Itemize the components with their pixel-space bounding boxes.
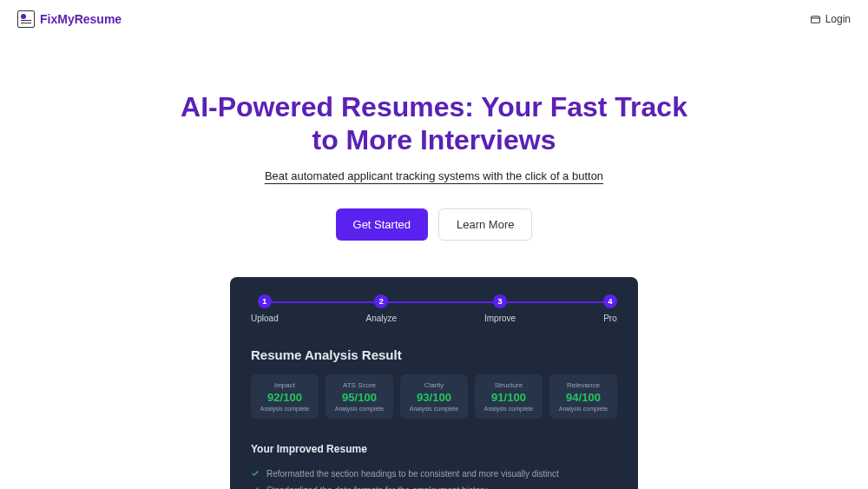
score-status: Analysis complete [478,406,539,412]
get-started-button[interactable]: Get Started [336,208,428,241]
step-analyze: 2 Analyze [366,294,398,323]
score-status: Analysis complete [329,406,390,412]
learn-more-button[interactable]: Learn More [438,208,532,241]
cta-row: Get Started Learn More [17,208,851,241]
score-label: Impact [254,381,315,389]
scores-row: Impact 92/100 Analysis complete ATS Scor… [251,374,617,419]
score-ats: ATS Score 95/100 Analysis complete [326,374,393,419]
score-clarity: Clarity 93/100 Analysis complete [400,374,468,419]
step-dot: 4 [603,294,617,308]
improved-title: Your Improved Resume [251,443,617,455]
list-item-text: Reformatted the section headings to be c… [266,469,559,479]
logo[interactable]: FixMyResume [17,10,122,28]
check-icon [251,469,260,478]
check-icon [251,486,260,489]
score-value: 92/100 [254,391,315,404]
score-label: Relevance [553,381,614,389]
improved-list: Reformatted the section headings to be c… [251,466,617,489]
score-label: Clarity [404,381,464,389]
hero: AI-Powered Resumes: Your Fast Track to M… [0,38,868,258]
hero-title: AI-Powered Resumes: Your Fast Track to M… [174,90,694,157]
score-value: 95/100 [329,391,390,404]
score-label: ATS Score [329,381,390,389]
list-item: Reformatted the section headings to be c… [251,466,617,482]
step-upload: 1 Upload [251,294,279,323]
score-structure: Structure 91/100 Analysis complete [475,374,542,419]
score-value: 94/100 [553,391,614,404]
step-label: Improve [484,314,516,323]
brand-name: FixMyResume [40,12,122,26]
score-value: 93/100 [404,391,464,404]
analysis-card: 1 Upload 2 Analyze 3 Improve 4 Pro Resum… [230,277,638,489]
step-label: Analyze [366,314,398,323]
list-item: Standardized the date formats for the em… [251,482,617,489]
step-label: Pro [603,314,617,323]
resume-icon [17,10,35,28]
step-label: Upload [251,314,279,323]
progress-steps: 1 Upload 2 Analyze 3 Improve 4 Pro [251,294,617,323]
login-link[interactable]: Login [810,13,851,25]
login-icon [810,14,821,25]
score-value: 91/100 [478,391,539,404]
step-dot: 1 [258,294,272,308]
step-dot: 2 [374,294,388,308]
step-pro: 4 Pro [603,294,617,323]
score-status: Analysis complete [553,406,614,412]
score-relevance: Relevance 94/100 Analysis complete [549,374,617,419]
score-status: Analysis complete [254,406,315,412]
hero-subtitle: Beat automated applicant tracking system… [17,169,851,182]
list-item-text: Standardized the date formats for the em… [266,486,488,489]
score-status: Analysis complete [404,406,464,412]
step-dot: 3 [493,294,507,308]
header: FixMyResume Login [0,0,868,38]
svg-rect-0 [811,16,819,23]
step-improve: 3 Improve [484,294,516,323]
score-label: Structure [478,381,539,389]
analysis-title: Resume Analysis Result [251,347,617,362]
score-impact: Impact 92/100 Analysis complete [251,374,319,419]
login-text: Login [825,13,851,25]
